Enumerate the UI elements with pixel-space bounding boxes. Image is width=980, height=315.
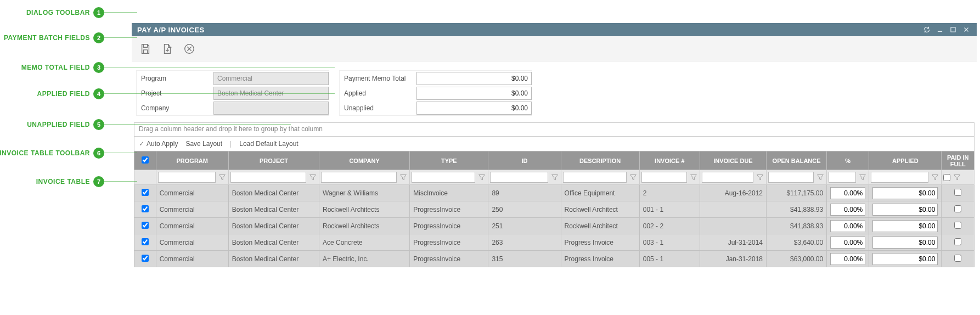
callout-badge: 5: [93, 119, 104, 130]
export-icon[interactable]: [159, 41, 176, 57]
close-icon[interactable]: [961, 25, 971, 35]
col-company[interactable]: COMPANY: [319, 151, 410, 170]
pay-invoices-dialog: PAY A/P INVOICES Program Project Company: [132, 23, 977, 267]
select-all-checkbox[interactable]: [142, 156, 149, 164]
col-id[interactable]: ID: [488, 151, 561, 170]
table-row[interactable]: CommercialBoston Medical CenterA+ Electr…: [134, 251, 975, 267]
percent-input[interactable]: [830, 204, 865, 216]
paid-checkbox[interactable]: [954, 189, 961, 196]
filter-icon[interactable]: [931, 173, 939, 182]
paid-checkbox[interactable]: [954, 255, 961, 262]
col-program[interactable]: PROGRAM: [156, 151, 228, 170]
cell-program: Commercial: [156, 185, 228, 201]
memo-total-field[interactable]: [416, 72, 532, 85]
table-row[interactable]: CommercialBoston Medical CenterRockwell …: [134, 218, 975, 234]
filter-percent[interactable]: [829, 172, 856, 183]
filter-icon[interactable]: [477, 173, 486, 182]
paid-checkbox[interactable]: [954, 238, 961, 245]
unapplied-field[interactable]: [416, 102, 532, 115]
filter-icon[interactable]: [629, 173, 638, 182]
percent-input[interactable]: [830, 220, 865, 232]
table-row[interactable]: CommercialBoston Medical CenterRockwell …: [134, 201, 975, 218]
totals-fields: Payment Memo Total Applied Unapplied: [339, 70, 532, 116]
filter-icon[interactable]: [858, 173, 867, 182]
cell-project: Boston Medical Center: [228, 234, 319, 251]
filter-id[interactable]: [490, 172, 548, 183]
applied-input[interactable]: [872, 220, 938, 232]
cell-type: ProgressInvoice: [410, 234, 488, 251]
filter-icon[interactable]: [816, 173, 825, 182]
maximize-icon[interactable]: [948, 25, 958, 35]
invoice-table: PROGRAM PROJECT COMPANY TYPE ID DESCRIPT…: [134, 151, 975, 267]
load-default-layout-button[interactable]: Load Default Layout: [239, 140, 298, 148]
cell-project: Boston Medical Center: [228, 185, 319, 201]
col-paid-in-full[interactable]: PAID IN FULL: [942, 151, 975, 170]
cell-invoice-due: Jan-31-2018: [700, 251, 766, 267]
filter-icon[interactable]: [689, 173, 698, 182]
filter-invoice-no[interactable]: [641, 172, 687, 183]
callout-label: UNAPPLIED FIELD: [27, 121, 90, 128]
cell-invoice-due: [700, 218, 766, 234]
save-layout-button[interactable]: Save Layout: [185, 140, 222, 148]
col-applied[interactable]: APPLIED: [869, 151, 942, 170]
col-open-balance[interactable]: OPEN BALANCE: [767, 151, 827, 170]
applied-field[interactable]: [416, 87, 532, 100]
header-row: PROGRAM PROJECT COMPANY TYPE ID DESCRIPT…: [134, 151, 975, 170]
program-field[interactable]: [213, 72, 329, 85]
paid-checkbox[interactable]: [954, 222, 961, 229]
save-icon[interactable]: [137, 41, 154, 57]
cell-company: Rockwell Architects: [319, 201, 410, 218]
refresh-icon[interactable]: [922, 25, 932, 35]
paid-checkbox[interactable]: [954, 205, 961, 212]
applied-input[interactable]: [872, 237, 938, 249]
row-checkbox[interactable]: [142, 255, 149, 262]
table-row[interactable]: CommercialBoston Medical CenterWagner & …: [134, 185, 975, 201]
col-description[interactable]: DESCRIPTION: [561, 151, 639, 170]
applied-input[interactable]: [872, 187, 938, 199]
col-check[interactable]: [134, 151, 156, 170]
filter-description[interactable]: [563, 172, 627, 183]
percent-input[interactable]: [830, 253, 865, 265]
filter-company[interactable]: [321, 172, 397, 183]
col-project[interactable]: PROJECT: [228, 151, 319, 170]
filter-icon[interactable]: [756, 173, 764, 182]
filter-paid-checkbox[interactable]: [943, 174, 950, 181]
cell-invoice-due: Aug-16-2012: [700, 185, 766, 201]
filter-type[interactable]: [412, 172, 475, 183]
row-checkbox[interactable]: [142, 222, 149, 229]
percent-input[interactable]: [830, 187, 865, 199]
filter-icon[interactable]: [953, 173, 961, 182]
table-row[interactable]: CommercialBoston Medical CenterAce Concr…: [134, 234, 975, 251]
cell-program: Commercial: [156, 201, 228, 218]
company-field[interactable]: [213, 102, 329, 115]
col-percent[interactable]: %: [827, 151, 869, 170]
cell-invoice-no: 003 - 1: [639, 234, 700, 251]
col-type[interactable]: TYPE: [410, 151, 488, 170]
cell-id: 263: [488, 234, 561, 251]
company-label: Company: [137, 104, 213, 112]
col-invoice-no[interactable]: INVOICE #: [639, 151, 700, 170]
filter-icon[interactable]: [308, 173, 317, 182]
cell-open-balance: $41,838.93: [767, 201, 827, 218]
cell-id: 89: [488, 185, 561, 201]
auto-apply-button[interactable]: Auto Apply: [139, 140, 178, 148]
minimize-icon[interactable]: [935, 25, 945, 35]
filter-invoice-due[interactable]: [702, 172, 753, 183]
filter-open-balance[interactable]: [768, 172, 814, 183]
filter-applied[interactable]: [871, 172, 928, 183]
filter-program[interactable]: [158, 172, 216, 183]
row-checkbox[interactable]: [142, 205, 149, 212]
filter-icon[interactable]: [399, 173, 408, 182]
percent-input[interactable]: [830, 237, 865, 249]
col-invoice-due[interactable]: INVOICE DUE: [700, 151, 766, 170]
row-checkbox[interactable]: [142, 189, 149, 196]
filter-icon[interactable]: [218, 173, 227, 182]
applied-input[interactable]: [872, 253, 938, 265]
row-checkbox[interactable]: [142, 238, 149, 245]
applied-input[interactable]: [872, 204, 938, 216]
cell-description: Office Equipment: [561, 185, 639, 201]
cell-program: Commercial: [156, 218, 228, 234]
filter-icon[interactable]: [550, 173, 559, 182]
cancel-icon[interactable]: [181, 41, 198, 57]
filter-project[interactable]: [230, 172, 306, 183]
